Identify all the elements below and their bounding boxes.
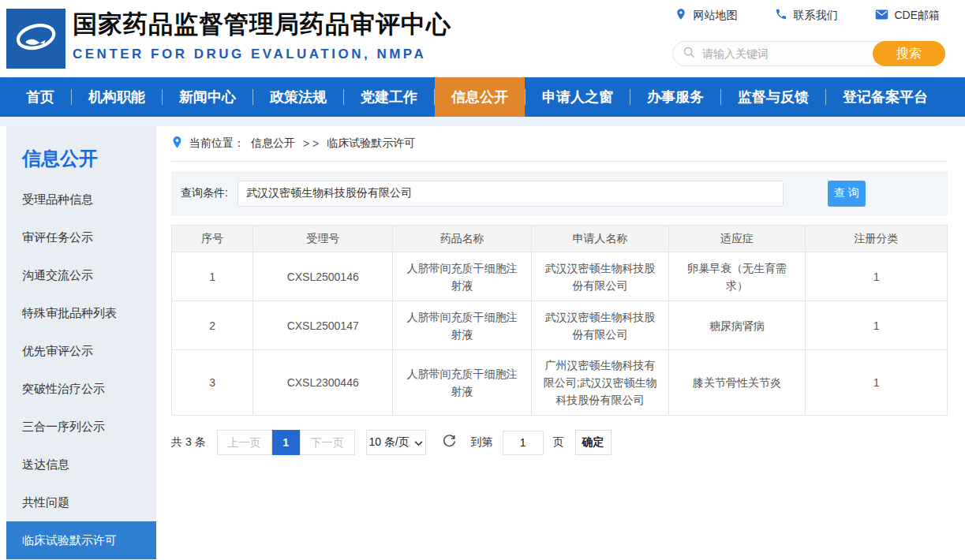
nav-item-policy[interactable]: 政策法规 <box>253 77 343 117</box>
table-cell: 卵巢早衰（无生育需求） <box>669 252 806 301</box>
nav-item-services[interactable]: 办事服务 <box>630 77 720 117</box>
table-cell: 糖尿病肾病 <box>669 301 806 350</box>
mailbox-label: CDE邮箱 <box>894 9 940 23</box>
table-row: 2 CXSL2500147 人脐带间充质干细胞注射液 武汉汉密顿生物科技股份有限… <box>172 301 948 350</box>
nav-item-functions[interactable]: 机构职能 <box>72 77 162 117</box>
refresh-button[interactable] <box>442 434 457 451</box>
sitemap-link[interactable]: 网站地图 <box>675 8 737 23</box>
col-header-applicant: 申请人名称 <box>532 226 669 252</box>
breadcrumb-label: 当前位置： <box>189 136 245 151</box>
search-icon <box>683 46 696 62</box>
location-pin-icon <box>675 8 687 23</box>
sidebar-item-communication[interactable]: 沟通交流公示 <box>6 256 156 294</box>
sidebar-title: 信息公开 <box>6 126 156 181</box>
goto-page-suffix: 页 <box>553 435 564 450</box>
sidebar-item-common-issues[interactable]: 共性问题 <box>6 483 156 521</box>
nav-item-home[interactable]: 首页 <box>9 77 71 117</box>
page-size-value: 10 条/页 <box>368 435 409 450</box>
chevron-down-icon <box>414 436 423 449</box>
table-cell: 2 <box>172 301 253 350</box>
breadcrumb-root[interactable]: 信息公开 <box>251 136 295 151</box>
sidebar-item-three-in-one[interactable]: 三合一序列公示 <box>6 408 156 446</box>
table-header-row: 序号 受理号 药品名称 申请人名称 适应症 注册分类 <box>172 226 948 252</box>
query-condition-input[interactable] <box>238 181 784 207</box>
table-cell: 广州汉密顿生物科技有限公司;武汉汉密顿生物科技股份有限公司 <box>532 350 669 416</box>
nav-item-info-disclosure[interactable]: 信息公开 <box>435 77 525 117</box>
nav-item-party[interactable]: 党建工作 <box>344 77 434 117</box>
cde-logo[interactable] <box>6 9 65 69</box>
col-header-indication: 适应症 <box>669 226 806 252</box>
table-cell: 1 <box>806 301 948 350</box>
query-button[interactable]: 查 询 <box>828 181 866 207</box>
brand-block: 国家药品监督管理局药品审评中心 CENTER FOR DRUG EVALUATI… <box>73 8 451 62</box>
contact-link[interactable]: 联系我们 <box>775 8 837 23</box>
table-cell: 人脐带间充质干细胞注射液 <box>393 301 532 350</box>
pagination: 共 3 条 上一页 1 下一页 10 条/页 到第 页 确定 <box>171 430 948 455</box>
col-header-seq: 序号 <box>172 226 253 252</box>
sidebar: 信息公开 受理品种信息 审评任务公示 沟通交流公示 特殊审批品种列表 优先审评公… <box>6 126 156 560</box>
col-header-acceptance-no: 受理号 <box>253 226 393 252</box>
main-nav: 首页 机构职能 新闻中心 政策法规 党建工作 信息公开 申请人之窗 办事服务 监… <box>0 77 965 117</box>
query-panel: 查询条件: 查 询 <box>171 171 948 215</box>
total-count-label: 共 3 条 <box>171 435 206 450</box>
page-background-strip <box>0 117 965 126</box>
sidebar-item-delivery-info[interactable]: 送达信息 <box>6 446 156 483</box>
search-button[interactable]: 搜索 <box>873 41 945 66</box>
goto-page-input[interactable] <box>503 431 544 455</box>
next-page-button[interactable]: 下一页 <box>300 430 355 455</box>
search-input[interactable] <box>696 47 873 60</box>
site-header: 国家药品监督管理局药品审评中心 CENTER FOR DRUG EVALUATI… <box>0 0 965 77</box>
fish-swoosh-icon <box>11 12 62 65</box>
header-quick-links: 网站地图 联系我们 CDE邮箱 <box>675 8 940 23</box>
table-cell: CXSL2500147 <box>253 301 393 350</box>
breadcrumb: 当前位置： 信息公开 > > 临床试验默示许可 <box>171 136 948 162</box>
table-cell: 武汉汉密顿生物科技股份有限公司 <box>532 301 669 350</box>
table-row: 1 CXSL2500146 人脐带间充质干细胞注射液 武汉汉密顿生物科技股份有限… <box>172 252 948 301</box>
table-cell: 人脐带间充质干细胞注射液 <box>393 252 532 301</box>
col-header-registration-class: 注册分类 <box>806 226 948 252</box>
sitemap-label: 网站地图 <box>693 9 737 23</box>
site-title: 国家药品监督管理局药品审评中心 <box>73 8 451 41</box>
table-row: 3 CXSL2300446 人脐带间充质干细胞注射液 广州汉密顿生物科技有限公司… <box>172 350 948 416</box>
sidebar-item-breakthrough-therapy[interactable]: 突破性治疗公示 <box>6 370 156 408</box>
query-condition-label: 查询条件: <box>181 186 228 200</box>
table-cell: 武汉汉密顿生物科技股份有限公司 <box>532 252 669 301</box>
sidebar-item-clinical-trial-implied-license[interactable]: 临床试验默示许可 <box>6 521 156 559</box>
col-header-drug-name: 药品名称 <box>393 226 532 252</box>
table-cell: 膝关节骨性关节炎 <box>669 350 806 416</box>
prev-page-button[interactable]: 上一页 <box>217 430 272 455</box>
page-size-select[interactable]: 10 条/页 <box>366 430 426 455</box>
table-cell: 1 <box>172 252 253 301</box>
sidebar-item-priority-review[interactable]: 优先审评公示 <box>6 332 156 370</box>
contact-label: 联系我们 <box>793 9 837 23</box>
sidebar-item-accepted-varieties[interactable]: 受理品种信息 <box>6 181 156 218</box>
refresh-icon <box>442 434 457 451</box>
nav-item-applicant[interactable]: 申请人之窗 <box>526 77 630 117</box>
main-content: 当前位置： 信息公开 > > 临床试验默示许可 查询条件: 查 询 序号 受理号… <box>156 126 965 560</box>
table-cell: CXSL2300446 <box>253 350 393 416</box>
breadcrumb-pin-icon <box>171 136 183 151</box>
phone-icon <box>775 8 787 23</box>
confirm-button[interactable]: 确定 <box>575 430 612 455</box>
pager-group: 上一页 1 下一页 <box>217 430 355 455</box>
nav-item-registration-platform[interactable]: 登记备案平台 <box>826 77 944 117</box>
content-layout: 信息公开 受理品种信息 审评任务公示 沟通交流公示 特殊审批品种列表 优先审评公… <box>0 126 965 560</box>
goto-page-label: 到第 <box>471 435 493 450</box>
table-cell: CXSL2500146 <box>253 252 393 301</box>
table-cell: 人脐带间充质干细胞注射液 <box>393 350 532 416</box>
sidebar-item-review-tasks[interactable]: 审评任务公示 <box>6 218 156 256</box>
nav-item-supervision[interactable]: 监督与反馈 <box>721 77 825 117</box>
nav-item-news[interactable]: 新闻中心 <box>163 77 252 117</box>
breadcrumb-separator: > > <box>303 137 319 150</box>
mailbox-link[interactable]: CDE邮箱 <box>875 9 940 23</box>
table-cell: 1 <box>806 350 948 416</box>
header-search-bar: 搜索 <box>672 41 945 66</box>
current-page-button[interactable]: 1 <box>272 430 300 455</box>
sidebar-item-special-approval[interactable]: 特殊审批品种列表 <box>6 294 156 332</box>
table-cell: 1 <box>806 252 948 301</box>
site-subtitle: CENTER FOR DRUG EVALUATION, NMPA <box>73 47 451 62</box>
breadcrumb-current: 临床试验默示许可 <box>327 136 415 151</box>
results-table: 序号 受理号 药品名称 申请人名称 适应症 注册分类 1 CXSL2500146… <box>171 225 948 416</box>
envelope-icon <box>875 9 888 23</box>
table-cell: 3 <box>172 350 253 416</box>
